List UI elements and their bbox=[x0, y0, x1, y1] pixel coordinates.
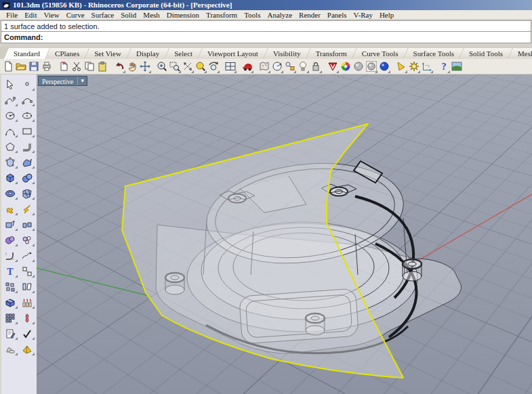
environment-photo-button[interactable] bbox=[450, 60, 463, 73]
ellipse-button[interactable] bbox=[20, 110, 35, 122]
conic-curve-button[interactable] bbox=[3, 125, 18, 137]
solid-union-box-button[interactable] bbox=[3, 297, 18, 309]
rhino-app-icon[interactable] bbox=[2, 1, 10, 9]
menu-edit[interactable]: Edit bbox=[21, 10, 40, 20]
copy-button[interactable] bbox=[83, 60, 96, 73]
solid-spheres-button[interactable] bbox=[20, 172, 35, 184]
render-sphere-button[interactable] bbox=[352, 60, 365, 73]
menu-file[interactable]: File bbox=[3, 10, 21, 20]
command-prompt[interactable]: Command: bbox=[1, 32, 531, 43]
menu-mesh[interactable]: Mesh bbox=[140, 10, 163, 20]
array-linear-button[interactable] bbox=[20, 281, 35, 293]
menu-vray[interactable]: V-Ray bbox=[350, 10, 376, 20]
export-page-button[interactable] bbox=[57, 60, 70, 73]
tab-set-view[interactable]: Set View bbox=[85, 48, 131, 59]
help-button[interactable]: ? bbox=[437, 60, 450, 73]
zoom-window-button[interactable] bbox=[168, 60, 181, 73]
tab-mesh-tools[interactable]: Mesh Tools bbox=[508, 48, 532, 59]
notes-button[interactable] bbox=[3, 328, 18, 340]
car-button[interactable] bbox=[241, 60, 253, 73]
zoom-dynamic-button[interactable] bbox=[181, 60, 194, 73]
explode-shards-button[interactable] bbox=[3, 203, 18, 215]
trim-button[interactable] bbox=[3, 219, 18, 231]
command-history[interactable]: 1 surface added to selection. bbox=[1, 20, 531, 32]
extrude-columns-button[interactable] bbox=[20, 297, 35, 309]
tab-cplanes[interactable]: CPlanes bbox=[45, 48, 89, 59]
pyramid-yellow-button[interactable] bbox=[20, 343, 35, 355]
render-sphere-blue-button[interactable] bbox=[377, 60, 390, 73]
group-objects-button[interactable] bbox=[283, 60, 296, 73]
move-view-button[interactable] bbox=[138, 60, 151, 73]
fillet-pipe-button[interactable] bbox=[20, 141, 35, 153]
lock-button[interactable] bbox=[309, 60, 322, 73]
zoom-selected-button[interactable] bbox=[194, 60, 207, 73]
explode-lightning-button[interactable] bbox=[20, 203, 35, 215]
paste-clipboard-button[interactable] bbox=[96, 60, 108, 73]
polygon-button[interactable] bbox=[3, 141, 18, 153]
tab-transform[interactable]: Transform bbox=[306, 48, 356, 59]
spotlight-cone-button[interactable] bbox=[394, 60, 407, 73]
text-T-button[interactable]: T bbox=[3, 265, 18, 278]
single-point-button[interactable] bbox=[20, 79, 35, 91]
center-array-button[interactable] bbox=[20, 312, 35, 324]
viewport-title[interactable]: Perspective ▼ bbox=[38, 76, 87, 86]
color-wheel-button[interactable] bbox=[339, 60, 352, 73]
array-grid-button[interactable] bbox=[3, 312, 18, 324]
menu-solid[interactable]: Solid bbox=[117, 10, 140, 20]
options-gear-button[interactable] bbox=[407, 60, 420, 73]
open-folder-button[interactable] bbox=[14, 60, 27, 73]
surface-grid-button[interactable] bbox=[20, 188, 35, 200]
tab-select[interactable]: Select bbox=[165, 48, 202, 59]
tab-surface-tools[interactable]: Surface Tools bbox=[404, 48, 464, 59]
rotate-view-button[interactable] bbox=[207, 60, 220, 73]
torus-button[interactable] bbox=[3, 188, 18, 200]
check-mark-button[interactable] bbox=[20, 328, 35, 340]
render-sphere-window-button[interactable] bbox=[365, 60, 377, 73]
lightbulb-button[interactable] bbox=[296, 60, 309, 73]
undo-arrow-button[interactable] bbox=[112, 60, 125, 73]
boolean-circles-button[interactable] bbox=[20, 234, 35, 246]
pan-hand-button[interactable] bbox=[125, 60, 138, 73]
menu-tools[interactable]: Tools bbox=[241, 10, 264, 20]
orbit-view-button[interactable] bbox=[270, 60, 283, 73]
boolean-union-button[interactable] bbox=[3, 234, 18, 246]
plan-map-button[interactable] bbox=[258, 60, 270, 73]
menu-panels[interactable]: Panels bbox=[324, 10, 350, 20]
menu-transform[interactable]: Transform bbox=[203, 10, 241, 20]
zoom-plus-button[interactable] bbox=[155, 60, 168, 73]
tab-standard[interactable]: Standard bbox=[4, 48, 49, 59]
menu-view[interactable]: View bbox=[40, 10, 62, 20]
menu-analyze[interactable]: Analyze bbox=[264, 10, 295, 20]
viewport-canvas[interactable] bbox=[37, 74, 532, 394]
menu-help[interactable]: Help bbox=[376, 10, 397, 20]
dimension-lines-button[interactable] bbox=[420, 60, 433, 73]
menu-curve[interactable]: Curve bbox=[63, 10, 88, 20]
primitives-gray-button[interactable] bbox=[3, 343, 18, 355]
save-floppy-button[interactable] bbox=[27, 60, 40, 73]
srf-control-points-button[interactable] bbox=[3, 156, 18, 169]
select-arrow-button[interactable] bbox=[3, 79, 18, 91]
tab-curve-tools[interactable]: Curve Tools bbox=[352, 48, 408, 59]
new-document-button[interactable] bbox=[1, 60, 14, 73]
blend-curves-button[interactable] bbox=[20, 250, 35, 262]
polyline-curve-button[interactable] bbox=[3, 94, 18, 106]
circle-center-button[interactable] bbox=[3, 110, 18, 122]
vray-shield-button[interactable] bbox=[326, 60, 339, 73]
arc-curve-button[interactable] bbox=[20, 94, 35, 106]
perspective-viewport[interactable]: Perspective ▼ bbox=[37, 74, 532, 394]
copy-points-button[interactable] bbox=[20, 265, 35, 278]
print-button[interactable] bbox=[40, 60, 53, 73]
tab-visibility[interactable]: Visibility bbox=[264, 48, 310, 59]
array-rect-button[interactable] bbox=[3, 281, 18, 293]
viewport-layout-button[interactable] bbox=[224, 60, 237, 73]
cut-scissors-button[interactable] bbox=[70, 60, 83, 73]
viewport-title-text[interactable]: Perspective bbox=[39, 76, 77, 85]
rectangle-button[interactable] bbox=[20, 125, 35, 137]
tab-viewport-layout[interactable]: Viewport Layout bbox=[198, 48, 268, 59]
menu-dimension[interactable]: Dimension bbox=[163, 10, 203, 20]
fillet-curves-button[interactable] bbox=[3, 250, 18, 262]
tab-display[interactable]: Display bbox=[127, 48, 169, 59]
menu-surface[interactable]: Surface bbox=[88, 10, 118, 20]
surface-patch-button[interactable] bbox=[20, 156, 35, 169]
split-button[interactable] bbox=[20, 219, 35, 231]
